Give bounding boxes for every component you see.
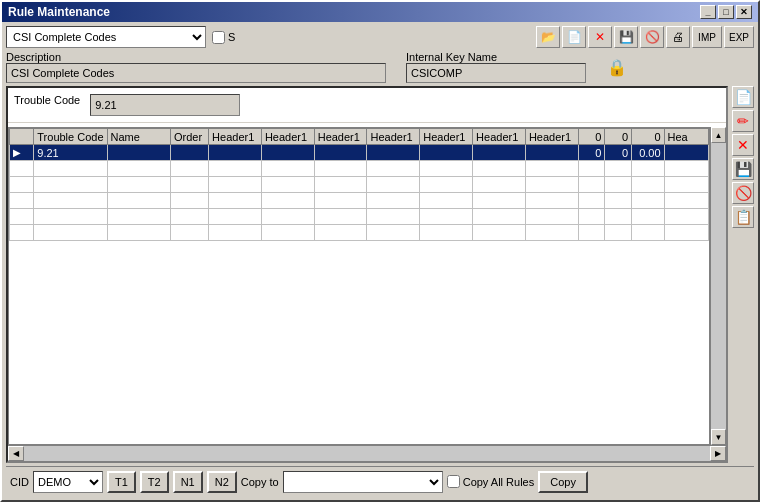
cell-h2 [261,193,314,209]
s-checkbox[interactable] [212,31,225,44]
cell-h7 [525,161,578,177]
save-toolbar-button[interactable]: 💾 [614,26,638,48]
window-content: CSI Complete Codes S 📂 📄 ✕ 💾 🚫 🖨 IMP EXP… [2,22,758,500]
scroll-down-button[interactable]: ▼ [711,429,726,445]
row-arrow [10,209,34,225]
maximize-button[interactable]: □ [718,5,734,19]
cell-h3 [314,225,367,241]
open-button[interactable]: 📂 [536,26,560,48]
copy-all-rules-checkbox[interactable] [447,475,460,488]
sidebar-edit-button[interactable]: ✏ [732,110,754,132]
cell-tc [34,161,107,177]
cell-h1 [209,161,262,177]
data-table: Trouble Code Name Order Header1 Header1 … [9,128,709,241]
grid-container[interactable]: Trouble Code Name Order Header1 Header1 … [8,127,710,445]
imp-button[interactable]: IMP [692,26,722,48]
title-controls: _ □ ✕ [700,5,752,19]
row-arrow [10,225,34,241]
internal-key-input[interactable] [406,63,586,83]
vertical-scrollbar[interactable]: ▲ ▼ [710,127,726,445]
scroll-right-button[interactable]: ▶ [710,446,726,461]
cell-h4 [367,161,420,177]
t2-button[interactable]: T2 [140,471,169,493]
col-order: Order [170,129,208,145]
table-row[interactable] [10,161,709,177]
copy-to-select[interactable] [283,471,443,493]
cell-tc [34,177,107,193]
col-header7: Header1 [525,129,578,145]
col-header1: Header1 [209,129,262,145]
t1-button[interactable]: T1 [107,471,136,493]
col-header2: Header1 [261,129,314,145]
close-button[interactable]: ✕ [736,5,752,19]
print-toolbar-button[interactable]: 🖨 [666,26,690,48]
main-panel: Trouble Code Trouble Code [6,86,754,463]
cell-n3 [632,161,665,177]
cell-n3 [632,193,665,209]
cell-tc [34,209,107,225]
cell-h5 [420,177,473,193]
cell-h4 [367,209,420,225]
cell-h6 [473,209,526,225]
copy-button[interactable]: Copy [538,471,588,493]
copy-to-label: Copy to [241,476,279,488]
table-row[interactable] [10,225,709,241]
cell-tc [34,193,107,209]
rule-dropdown[interactable]: CSI Complete Codes [6,26,206,48]
sidebar-new-button[interactable]: 📄 [732,86,754,108]
delete-toolbar-button[interactable]: ✕ [588,26,612,48]
cell-h7 [525,209,578,225]
n2-button[interactable]: N2 [207,471,237,493]
horizontal-scrollbar[interactable]: ◀ ▶ [8,445,726,461]
cell-h1 [209,209,262,225]
cell-n1 [578,177,605,193]
new-button[interactable]: 📄 [562,26,586,48]
cell-n1 [578,209,605,225]
sidebar-copy-button[interactable]: 📋 [732,206,754,228]
field-row: Description Internal Key Name 🔒 [6,51,754,83]
cell-hea [664,161,708,177]
cell-name [107,145,170,161]
col-header5: Header1 [420,129,473,145]
table-row[interactable] [10,193,709,209]
bottom-bar: CID DEMO T1 T2 N1 N2 Copy to Copy All Ru… [6,466,754,496]
cell-h5 [420,145,473,161]
cell-n2 [605,177,632,193]
cell-h6 [473,193,526,209]
cell-order [170,225,208,241]
scroll-up-button[interactable]: ▲ [711,127,726,143]
cell-n3 [632,177,665,193]
cell-order [170,177,208,193]
sidebar-delete-button[interactable]: ✕ [732,134,754,156]
table-row[interactable] [10,209,709,225]
cell-n3 [632,225,665,241]
description-input[interactable] [6,63,386,83]
cell-order [170,161,208,177]
grid-section: Trouble Code Name Order Header1 Header1 … [8,127,726,461]
trouble-code-input[interactable] [90,94,240,116]
sidebar-cancel-button[interactable]: 🚫 [732,182,754,204]
table-row[interactable] [10,177,709,193]
table-row[interactable]: ▶ 9.21 [10,145,709,161]
row-arrow [10,161,34,177]
cell-h1 [209,177,262,193]
sidebar-save-button[interactable]: 💾 [732,158,754,180]
cell-h2 [261,145,314,161]
minimize-button[interactable]: _ [700,5,716,19]
scroll-track-v[interactable] [711,143,726,429]
cell-tc: 9.21 [34,145,107,161]
cell-h2 [261,177,314,193]
cell-n3: 0.00 [632,145,665,161]
exp-button[interactable]: EXP [724,26,754,48]
cell-h2 [261,161,314,177]
n1-button[interactable]: N1 [173,471,203,493]
cancel-toolbar-button[interactable]: 🚫 [640,26,664,48]
cell-h5 [420,193,473,209]
cid-select[interactable]: DEMO [33,471,103,493]
scroll-track-h[interactable] [24,446,710,461]
cell-name [107,209,170,225]
scroll-left-button[interactable]: ◀ [8,446,24,461]
main-window: Rule Maintenance _ □ ✕ CSI Complete Code… [0,0,760,502]
copy-all-rules-group: Copy All Rules [447,475,535,488]
table-header-row: Trouble Code Name Order Header1 Header1 … [10,129,709,145]
